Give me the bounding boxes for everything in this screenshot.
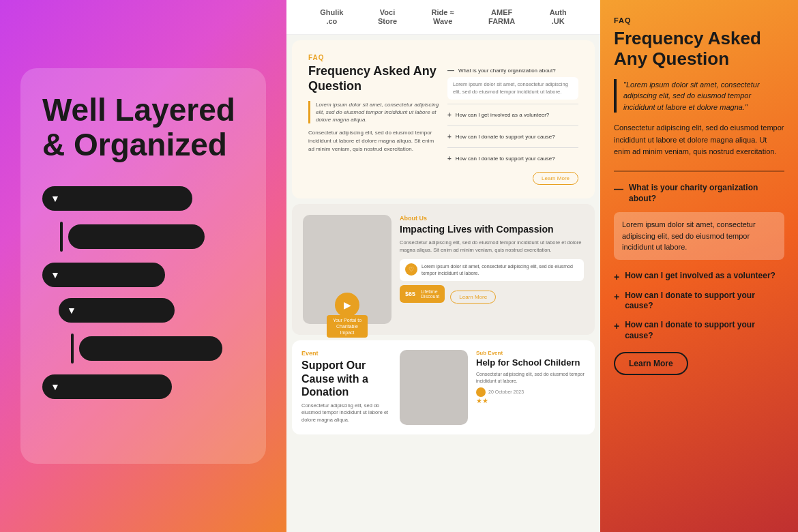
- faq-divider-1: [447, 104, 578, 104]
- event-title: Support Our Cause with a Donation: [301, 359, 391, 398]
- arrow-icon-3: ▼: [50, 269, 60, 280]
- right-answer-1: Lorem ipsum dolor sit amet, consectetur …: [614, 212, 784, 260]
- faq-q4[interactable]: + How can I donate to support your cause…: [447, 152, 578, 165]
- vertical-bar-2: [71, 334, 74, 364]
- sub-event-title: Help for School Childern: [476, 357, 585, 368]
- sub-event-avatar: [476, 387, 486, 397]
- sub-event-text: Consectetur adipiscing elit, sed do eius…: [476, 371, 585, 385]
- right-q4-text: How can I donate to support your cause?: [625, 320, 784, 341]
- event-label: Event: [301, 350, 391, 357]
- slider-row-3: ▼: [42, 263, 244, 287]
- right-plus-icon-1: +: [614, 271, 619, 282]
- slider-group: ▼ ▼ ▼: [42, 186, 244, 399]
- faq-divider-3: [447, 147, 578, 148]
- sub-event-label: Sub Event: [476, 350, 585, 356]
- logos-bar: Ghulik.co VociStore Ride ≈Wave AMEFFARMA…: [286, 0, 600, 35]
- about-price-box: $65 LifetimeDiscount: [400, 285, 445, 303]
- event-image: [400, 350, 468, 425]
- right-q2-text: How can I get involved as a volunteer?: [625, 271, 775, 282]
- right-q4[interactable]: + How can I donate to support your cause…: [614, 316, 784, 345]
- faq-left-col: Frequency Asked Any Question Lorem ipsum…: [308, 64, 439, 185]
- right-learn-more-btn[interactable]: Learn More: [614, 352, 688, 375]
- plus-icon-4: +: [447, 155, 452, 162]
- slider-row-5: [70, 334, 244, 364]
- slider-bar-2[interactable]: [68, 224, 205, 249]
- slider-row-1: ▼: [42, 186, 244, 211]
- plus-icon-2: +: [447, 111, 452, 119]
- faq-q2[interactable]: + How can I get involved as a volunteer?: [447, 108, 578, 121]
- about-right-col: About Us Impacting Lives with Compassion…: [400, 215, 584, 324]
- right-faq-title: Frequency Asked Any Question: [614, 29, 784, 70]
- about-quote-box: ♡ Lorem ipsum dolor sit amet, consectetu…: [400, 259, 584, 281]
- arrow-icon-6: ▼: [50, 381, 60, 392]
- about-title: Impacting Lives with Compassion: [400, 224, 584, 235]
- right-faq-label: FAQ: [614, 16, 784, 25]
- slider-bar-4[interactable]: ▼: [59, 298, 175, 323]
- right-minus-icon: —: [614, 183, 623, 194]
- middle-panel: Ghulik.co VociStore Ride ≈Wave AMEFFARMA…: [286, 0, 600, 532]
- quote-icon: ♡: [405, 263, 417, 276]
- price-label: LifetimeDiscount: [421, 289, 439, 299]
- right-plus-icon-2: +: [614, 291, 619, 302]
- logo-voci: VociStore: [378, 8, 397, 26]
- faq-q1[interactable]: — What is your charity organization abou…: [447, 64, 578, 77]
- event-text: Consectetur adipiscing elit, sed do eius…: [301, 402, 391, 424]
- logo-auth: Auth.UK: [550, 8, 567, 26]
- slider-bar-5[interactable]: [79, 336, 222, 361]
- left-card: Well Layered & Organized ▼ ▼: [20, 68, 266, 464]
- arrow-icon-1: ▼: [50, 193, 60, 204]
- left-panel: Well Layered & Organized ▼ ▼: [0, 0, 286, 532]
- faq-section: FAQ Frequency Asked Any Question Lorem i…: [292, 40, 595, 198]
- slider-row-4: ▼: [59, 298, 244, 323]
- right-q3-text: How can I donate to support your cause?: [625, 291, 784, 312]
- faq-learn-more-btn[interactable]: Learn More: [533, 172, 578, 185]
- left-title: Well Layered & Organized: [42, 93, 244, 162]
- right-q2[interactable]: + How can I get involved as a volunteer?: [614, 267, 784, 286]
- right-quote-box: "Lorem ipsum dolor sit amet, consectetur…: [614, 79, 784, 113]
- faq-title: Frequency Asked Any Question: [308, 64, 439, 93]
- slider-bar-6[interactable]: ▼: [42, 374, 172, 399]
- faq-quote: Lorem ipsum dolor sit amet, consectetur …: [308, 101, 439, 124]
- right-plus-icon-3: +: [614, 321, 619, 331]
- logo-amef: AMEFFARMA: [488, 8, 515, 26]
- plus-icon-3: +: [447, 133, 452, 141]
- faq-right-col: — What is your charity organization abou…: [447, 64, 578, 185]
- sub-event-date: 20 October 2023: [488, 389, 524, 394]
- right-q1-text: What is your charity organization about?: [629, 183, 784, 204]
- about-text: Consectetur adipiscing elit, sed do eius…: [400, 239, 584, 254]
- event-section: Event Support Our Cause with a Donation …: [292, 340, 595, 434]
- about-learn-more-btn[interactable]: Learn More: [450, 291, 496, 304]
- sub-event-meta: 20 October 2023: [476, 387, 585, 397]
- logo-ghulik: Ghulik.co: [320, 8, 343, 26]
- faq-q1-text: What is your charity organization about?: [458, 68, 556, 74]
- right-q1[interactable]: — What is your charity organization abou…: [614, 179, 784, 208]
- slider-bar-1[interactable]: ▼: [42, 186, 192, 211]
- slider-row-2: [59, 222, 244, 252]
- vertical-bar-1: [60, 222, 63, 252]
- about-label: About Us: [400, 215, 584, 222]
- about-section: ▶ Your Portal to Charitable Impact About…: [292, 204, 595, 335]
- right-body-text: Consectetur adipiscing elit, sed do eius…: [614, 122, 784, 158]
- price-value: $65: [405, 291, 415, 297]
- minus-icon-1: —: [447, 67, 454, 74]
- right-panel: FAQ Frequency Asked Any Question "Lorem …: [600, 0, 798, 532]
- play-button[interactable]: ▶: [335, 293, 359, 317]
- faq-q3-text: How can I donate to support your cause?: [456, 134, 555, 140]
- right-q3[interactable]: + How can I donate to support your cause…: [614, 286, 784, 316]
- faq-answer-1: Lorem ipsum dolor sit amet, consectetur …: [447, 77, 578, 100]
- faq-divider-2: [447, 125, 578, 126]
- logo-ride: Ride ≈Wave: [432, 8, 454, 26]
- portal-label: Your Portal to Charitable Impact: [327, 315, 368, 338]
- faq-q4-text: How can I donate to support your cause?: [456, 156, 555, 162]
- slider-row-6: ▼: [42, 374, 244, 399]
- stars: ★★: [476, 397, 585, 404]
- slider-bar-3[interactable]: ▼: [42, 263, 165, 287]
- faq-q3[interactable]: + How can I donate to support your cause…: [447, 130, 578, 143]
- faq-body-text: Consectetur adipiscing elit, sed do eius…: [308, 129, 439, 153]
- about-quote-text: Lorem ipsum dolor sit amet, consectetur …: [422, 263, 578, 277]
- sub-event-col: Sub Event Help for School Childern Conse…: [476, 350, 585, 425]
- faq-q2-text: How can I get involved as a volunteer?: [456, 112, 549, 118]
- about-image: ▶ Your Portal to Charitable Impact: [303, 215, 391, 324]
- faq-two-col: Frequency Asked Any Question Lorem ipsum…: [308, 64, 578, 185]
- event-left-col: Event Support Our Cause with a Donation …: [301, 350, 391, 425]
